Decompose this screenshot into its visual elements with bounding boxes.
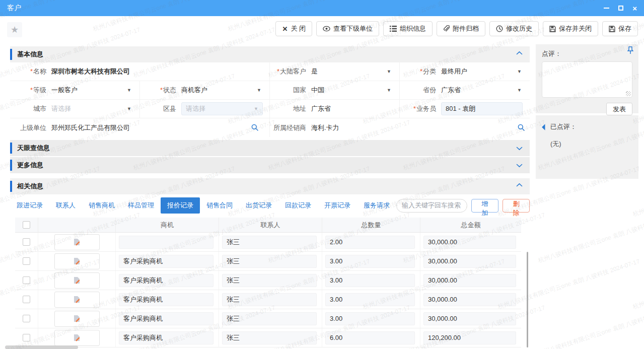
opportunity-input[interactable] bbox=[119, 236, 213, 249]
tab-quotation-records[interactable]: 报价记录 bbox=[161, 197, 200, 214]
edit-quotation-button[interactable] bbox=[54, 234, 100, 250]
amount-input[interactable]: 30,000.00 bbox=[423, 236, 516, 249]
category-value[interactable]: 最终用户 bbox=[441, 67, 467, 76]
add-button[interactable]: 增加 bbox=[471, 199, 498, 213]
chevron-up-icon[interactable] bbox=[516, 51, 523, 55]
save-button[interactable]: 保存 bbox=[602, 21, 638, 36]
modify-history-button[interactable]: 修改历史 bbox=[489, 21, 539, 36]
qty-input[interactable]: 2.00 bbox=[325, 236, 415, 249]
horizontal-scrollbar[interactable] bbox=[5, 345, 78, 349]
qty-input[interactable]: 3.00 bbox=[325, 293, 415, 306]
level-value[interactable]: 一般客户 bbox=[51, 86, 78, 95]
country-value[interactable]: 中国 bbox=[311, 86, 324, 95]
select-all-checkbox[interactable] bbox=[23, 221, 30, 229]
search-icon[interactable] bbox=[251, 124, 258, 131]
tab-payment-records[interactable]: 回款记录 bbox=[278, 197, 318, 214]
edit-quotation-button[interactable] bbox=[54, 330, 100, 346]
comment-textarea[interactable] bbox=[542, 61, 632, 98]
mainland-value[interactable]: 是 bbox=[311, 67, 318, 76]
amount-input[interactable]: 30,000.00 bbox=[423, 293, 516, 306]
chevron-down-icon[interactable]: ▼ bbox=[387, 88, 391, 93]
province-value[interactable]: 广东省 bbox=[441, 86, 461, 95]
tab-contacts[interactable]: 联系人 bbox=[49, 197, 82, 214]
row-checkbox[interactable] bbox=[23, 276, 30, 284]
contact-input[interactable]: 张三 bbox=[222, 312, 317, 325]
tab-service-requests[interactable]: 服务请求 bbox=[357, 197, 396, 214]
chevron-up-icon[interactable] bbox=[516, 183, 523, 187]
search-icon[interactable] bbox=[518, 124, 525, 131]
attachment-archive-button[interactable]: 附件归档 bbox=[437, 21, 485, 36]
district-select[interactable]: 请选择 ▼ bbox=[181, 102, 263, 115]
opportunity-input[interactable]: 客户采购商机 bbox=[119, 293, 213, 306]
distributor-value[interactable]: 海利.卡力 bbox=[311, 123, 339, 132]
row-checkbox[interactable] bbox=[23, 334, 30, 341]
parent-unit-label: 上级单位 bbox=[10, 123, 51, 132]
row-checkbox[interactable] bbox=[23, 296, 30, 303]
chevron-down-icon[interactable] bbox=[516, 147, 523, 151]
opportunity-input[interactable]: 客户采购商机 bbox=[119, 331, 213, 344]
opportunity-input[interactable]: 客户采购商机 bbox=[119, 312, 213, 325]
favorite-star-icon[interactable]: ★ bbox=[7, 22, 22, 37]
tab-follow-up-records[interactable]: 跟进记录 bbox=[10, 197, 49, 214]
contact-input[interactable]: 张三 bbox=[222, 274, 317, 287]
section-related-info-header[interactable]: 相关信息 bbox=[10, 178, 530, 194]
section-tianyancha-header[interactable]: 天眼查信息 bbox=[10, 140, 530, 156]
tab-invoice-records[interactable]: 开票记录 bbox=[318, 197, 357, 214]
minimize-icon[interactable] bbox=[604, 4, 609, 12]
chevron-down-icon[interactable]: ▼ bbox=[127, 88, 131, 93]
contact-input[interactable]: 张三 bbox=[222, 255, 317, 268]
chevron-down-icon[interactable]: ▼ bbox=[517, 88, 522, 93]
contact-input[interactable]: 张三 bbox=[222, 331, 317, 344]
row-checkbox[interactable] bbox=[23, 315, 30, 322]
commented-header[interactable]: 已点评： bbox=[543, 122, 631, 131]
qty-input[interactable]: 3.00 bbox=[325, 274, 415, 287]
row-checkbox[interactable] bbox=[23, 238, 30, 246]
opportunity-input[interactable]: 客户采购商机 bbox=[119, 274, 213, 287]
view-subordinate-units-button[interactable]: 查看下级单位 bbox=[316, 21, 379, 36]
status-value[interactable]: 商机客户 bbox=[181, 86, 207, 95]
table-row: 客户采购商机 张三 3.00 30,000.00 bbox=[15, 309, 521, 328]
delete-button[interactable]: 删除 bbox=[503, 199, 530, 213]
resize-handle[interactable] bbox=[626, 91, 631, 96]
tab-shipment-records[interactable]: 出货记录 bbox=[239, 197, 278, 214]
row-checkbox[interactable] bbox=[23, 257, 30, 265]
maximize-icon[interactable] bbox=[618, 4, 623, 12]
chevron-down-icon[interactable]: ▼ bbox=[257, 88, 261, 93]
chevron-down-icon[interactable]: ▼ bbox=[127, 106, 131, 111]
address-value[interactable]: 广东省 bbox=[311, 104, 331, 113]
section-basic-info-header[interactable]: 基本信息 bbox=[10, 46, 530, 62]
tab-sales-contracts[interactable]: 销售合同 bbox=[200, 197, 239, 214]
org-info-button[interactable]: 组织信息 bbox=[383, 21, 433, 36]
amount-input[interactable]: 30,000.00 bbox=[423, 255, 516, 268]
section-more-info-header[interactable]: 更多信息 bbox=[10, 157, 530, 173]
opportunity-input[interactable]: 客户采购商机 bbox=[119, 255, 213, 268]
vertical-scrollbar[interactable] bbox=[527, 252, 528, 347]
name-value[interactable]: 深圳市树老大科技有限公司 bbox=[51, 67, 130, 76]
qty-input[interactable]: 6.00 bbox=[325, 331, 415, 344]
chevron-down-icon[interactable] bbox=[516, 164, 523, 168]
pin-icon[interactable] bbox=[627, 46, 633, 54]
tab-sales-opportunities[interactable]: 销售商机 bbox=[82, 197, 121, 214]
save-and-close-button[interactable]: 保存并关闭 bbox=[543, 21, 598, 36]
contact-input[interactable]: 张三 bbox=[222, 236, 317, 249]
contact-input[interactable]: 张三 bbox=[222, 293, 317, 306]
salesman-input[interactable]: 801 - 袁朗 bbox=[441, 102, 523, 115]
chevron-down-icon[interactable]: ▼ bbox=[517, 69, 522, 74]
edit-quotation-button[interactable] bbox=[54, 272, 100, 289]
qty-input[interactable]: 3.00 bbox=[325, 255, 415, 268]
amount-input[interactable]: 30,000.00 bbox=[423, 274, 516, 287]
edit-quotation-button[interactable] bbox=[54, 253, 100, 269]
parent-unit-value[interactable]: 郑州郑氏化工产品有限公司 bbox=[51, 123, 130, 132]
search-input[interactable]: 输入关键字回车搜索 ，商 bbox=[396, 199, 467, 213]
close-icon[interactable]: × bbox=[632, 4, 637, 12]
amount-input[interactable]: 120,200.00 bbox=[423, 331, 516, 344]
tab-sample-management[interactable]: 样品管理 bbox=[121, 197, 161, 214]
edit-quotation-button[interactable] bbox=[54, 311, 100, 327]
chevron-down-icon[interactable]: ▼ bbox=[387, 69, 391, 74]
edit-quotation-button[interactable] bbox=[54, 292, 100, 308]
qty-input[interactable]: 3.00 bbox=[325, 312, 415, 325]
city-select[interactable]: 请选择 bbox=[51, 104, 71, 113]
amount-input[interactable]: 30,000.00 bbox=[423, 312, 516, 325]
close-button[interactable]: ✕ 关 闭 bbox=[275, 21, 312, 36]
publish-button[interactable]: 发表 bbox=[606, 103, 632, 115]
